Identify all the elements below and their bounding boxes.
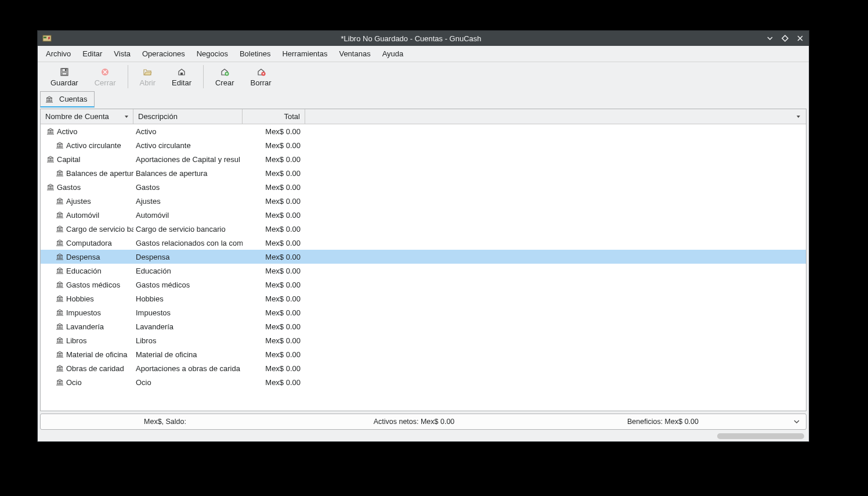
account-row[interactable]: LavanderíaLavanderíaMex$ 0.00 <box>41 319 806 333</box>
toolbar-label: Cerrar <box>95 78 116 87</box>
toolbar-editar-button[interactable]: Editar <box>164 66 200 88</box>
tab-cuentas[interactable]: Cuentas <box>40 91 95 107</box>
close-red-icon <box>100 67 110 77</box>
bank-icon <box>56 294 64 303</box>
account-row[interactable]: LibrosLibrosMex$ 0.00 <box>41 333 806 347</box>
cell-name: Balances de apertur <box>41 169 133 178</box>
account-row[interactable]: AutomóvilAutomóvilMex$ 0.00 <box>41 208 806 222</box>
cell-desc: Despensa <box>133 253 243 261</box>
window-title: *Libro No Guardado - Cuentas - GnuCash <box>56 34 766 43</box>
cell-name: Libros <box>41 336 133 345</box>
cell-desc: Gastos <box>133 183 243 192</box>
bank-icon <box>56 197 64 205</box>
cell-desc: Aportaciones a obras de carida <box>133 364 243 373</box>
cell-total: Mex$ 0.00 <box>243 322 305 331</box>
menu-operaciones[interactable]: Operaciones <box>136 47 191 60</box>
account-name: Impuestos <box>66 308 101 317</box>
cell-desc: Balances de apertura <box>133 169 243 178</box>
account-row[interactable]: EducaciónEducaciónMex$ 0.00 <box>41 264 806 278</box>
toolbar-guardar-button[interactable]: Guardar <box>42 66 86 88</box>
cell-name: Activo circulante <box>41 141 133 150</box>
horizontal-scrollbar[interactable] <box>40 432 806 440</box>
tabbar: Cuentas <box>38 91 809 107</box>
bank-icon <box>56 211 64 219</box>
column-menu-icon[interactable] <box>124 114 129 120</box>
account-row[interactable]: HobbiesHobbiesMex$ 0.00 <box>41 292 806 305</box>
menu-vista[interactable]: Vista <box>108 47 136 60</box>
bank-icon <box>46 155 55 163</box>
account-row[interactable]: ComputadoraGastos relacionados con la co… <box>41 236 806 250</box>
column-header-desc[interactable]: Descripción <box>133 109 243 124</box>
cell-name: Computadora <box>41 239 133 247</box>
menu-ventanas[interactable]: Ventanas <box>333 47 376 60</box>
cell-total: Mex$ 0.00 <box>243 364 305 373</box>
edit-house-icon <box>177 67 186 77</box>
column-menu-icon[interactable] <box>795 114 801 120</box>
account-row[interactable]: ActivoActivoMex$ 0.00 <box>41 124 806 138</box>
cell-desc: Aportaciones de Capital y resul <box>133 155 243 164</box>
account-row[interactable]: OcioOcioMex$ 0.00 <box>41 375 806 389</box>
account-row[interactable]: GastosGastosMex$ 0.00 <box>41 180 806 194</box>
cell-name: Capital <box>41 155 133 164</box>
account-row[interactable]: ImpuestosImpuestosMex$ 0.00 <box>41 305 806 319</box>
cell-desc: Automóvil <box>133 211 243 220</box>
svg-rect-4 <box>65 69 66 71</box>
cell-desc: Activo <box>133 127 243 136</box>
cell-desc: Activo circulante <box>133 141 243 150</box>
cell-name: Automóvil <box>41 211 133 220</box>
bank-icon <box>56 281 64 289</box>
account-row[interactable]: Material de oficinaMaterial de oficinaMe… <box>41 347 806 361</box>
menu-editar[interactable]: Editar <box>77 47 108 60</box>
account-row[interactable]: Cargo de servicio baCargo de servicio ba… <box>41 222 806 236</box>
bank-icon <box>56 350 64 358</box>
titlebar: *Libro No Guardado - Cuentas - GnuCash <box>38 31 809 46</box>
menu-negocios[interactable]: Negocios <box>191 47 234 60</box>
maximize-button[interactable] <box>781 34 789 42</box>
account-row[interactable]: Balances de aperturBalances de aperturaM… <box>41 166 806 180</box>
account-name: Capital <box>57 155 80 164</box>
column-header-total[interactable]: Total <box>243 109 305 124</box>
toolbar-borrar-button[interactable]: Borrar <box>242 66 279 88</box>
accounts-table: Nombre de Cuenta Descripción Total Activ… <box>40 109 806 411</box>
account-row[interactable]: Gastos médicosGastos médicosMex$ 0.00 <box>41 278 806 292</box>
toolbar-crear-button[interactable]: Crear <box>207 66 243 88</box>
cell-name: Ocio <box>41 378 133 387</box>
menu-herramientas[interactable]: Herramientas <box>276 47 333 60</box>
bank-icon <box>56 308 64 317</box>
status-activos: Activos netos: Mex$ 0.00 <box>290 418 538 426</box>
account-name: Despensa <box>66 253 100 261</box>
account-row[interactable]: Activo circulanteActivo circulanteMex$ 0… <box>41 138 806 152</box>
account-row[interactable]: Obras de caridadAportaciones a obras de … <box>41 361 806 375</box>
account-name: Automóvil <box>66 211 99 220</box>
menu-boletines[interactable]: Boletines <box>234 47 276 60</box>
cell-name: Activo <box>41 127 133 136</box>
cell-name: Gastos <box>41 183 133 192</box>
cell-total: Mex$ 0.00 <box>243 127 305 136</box>
cell-desc: Gastos relacionados con la com <box>133 239 243 247</box>
cell-desc: Ajustes <box>133 197 243 206</box>
menu-archivo[interactable]: Archivo <box>40 47 77 60</box>
account-row[interactable]: AjustesAjustesMex$ 0.00 <box>41 194 806 208</box>
account-name: Balances de apertur <box>66 169 133 178</box>
minimize-button[interactable] <box>766 34 774 42</box>
scrollbar-thumb[interactable] <box>717 433 804 439</box>
toolbar-label: Abrir <box>140 78 155 87</box>
column-header-rest[interactable] <box>305 109 806 124</box>
toolbar: GuardarCerrarAbrirEditarCrearBorrar <box>38 62 809 91</box>
bank-icon <box>56 239 64 247</box>
close-button[interactable] <box>796 34 804 42</box>
status-chevron-icon[interactable] <box>787 418 806 425</box>
cell-name: Impuestos <box>41 308 133 317</box>
bank-icon <box>46 127 55 135</box>
bank-icon <box>56 225 64 233</box>
cell-total: Mex$ 0.00 <box>243 183 305 192</box>
account-row[interactable]: CapitalAportaciones de Capital y resulMe… <box>41 152 806 166</box>
account-row[interactable]: DespensaDespensaMex$ 0.00 <box>41 250 806 264</box>
table-body[interactable]: ActivoActivoMex$ 0.00Activo circulanteAc… <box>41 124 806 411</box>
cell-name: Material de oficina <box>41 350 133 359</box>
open-icon <box>143 67 152 77</box>
column-header-name[interactable]: Nombre de Cuenta <box>41 109 133 124</box>
status-saldo: Mex$, Saldo: <box>41 418 290 426</box>
cell-desc: Material de oficina <box>133 350 243 359</box>
menu-ayuda[interactable]: Ayuda <box>377 47 410 60</box>
